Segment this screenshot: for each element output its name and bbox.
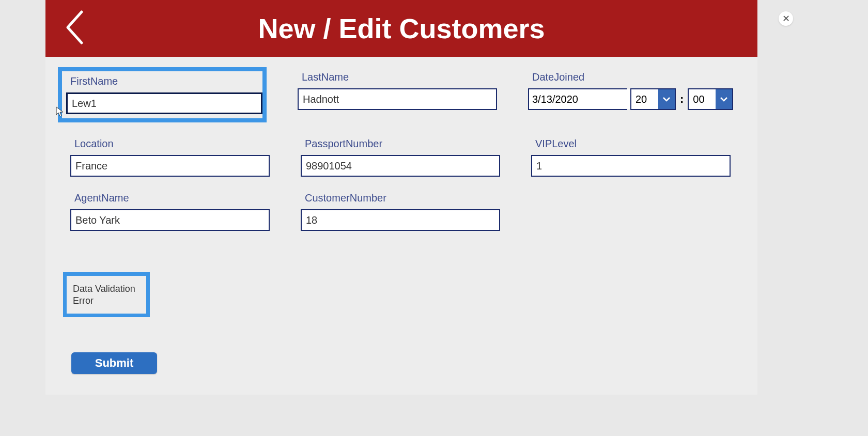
chevron-left-icon	[64, 9, 84, 45]
minute-value: 00	[689, 89, 716, 109]
location-input[interactable]	[70, 155, 270, 177]
viplevel-label: VIPLevel	[535, 138, 731, 150]
minute-chevron-button[interactable]	[716, 89, 732, 109]
hour-chevron-button[interactable]	[658, 89, 675, 109]
time-separator: :	[680, 92, 684, 106]
form-row-2: Location PassportNumber VIPLevel	[66, 138, 737, 177]
firstname-input[interactable]	[66, 92, 262, 114]
close-icon: ✕	[782, 14, 790, 23]
passport-label: PassportNumber	[305, 138, 500, 150]
viplevel-input[interactable]	[531, 155, 731, 177]
customernumber-group: CustomerNumber	[301, 192, 500, 231]
validation-error-text: Data Validation Error	[73, 283, 140, 306]
back-button[interactable]	[64, 9, 84, 48]
chevron-down-icon	[662, 96, 671, 102]
submit-button[interactable]: Submit	[71, 352, 157, 374]
agentname-group: AgentName	[70, 192, 270, 231]
datejoined-group: DateJoined	[528, 71, 733, 122]
viplevel-group: VIPLevel	[531, 138, 731, 177]
minute-dropdown[interactable]: 00	[688, 88, 733, 110]
date-input-wrap	[528, 88, 627, 110]
hour-dropdown[interactable]: 20	[630, 88, 676, 110]
chevron-down-icon	[720, 96, 728, 102]
location-label: Location	[74, 138, 270, 150]
lastname-input[interactable]	[298, 88, 497, 110]
validation-error-box: Data Validation Error	[63, 272, 150, 317]
lastname-label: LastName	[302, 71, 497, 83]
form-area: FirstName LastName DateJoined	[45, 57, 757, 395]
datejoined-label: DateJoined	[532, 71, 733, 83]
form-row-1: FirstName LastName DateJoined	[66, 71, 737, 122]
agentname-label: AgentName	[74, 192, 270, 204]
close-button[interactable]: ✕	[779, 11, 793, 26]
app-container: New / Edit Customers FirstName LastName …	[45, 0, 757, 395]
customernumber-input[interactable]	[301, 209, 500, 231]
lastname-group: LastName	[298, 71, 497, 122]
firstname-label: FirstName	[70, 75, 258, 87]
customernumber-label: CustomerNumber	[305, 192, 500, 204]
datejoined-controls: 20 : 00	[528, 88, 733, 110]
form-row-3: AgentName CustomerNumber	[66, 192, 737, 231]
firstname-group: FirstName	[58, 67, 267, 122]
location-group: Location	[70, 138, 270, 177]
hour-value: 20	[631, 89, 658, 109]
agentname-input[interactable]	[70, 209, 270, 231]
header-bar: New / Edit Customers	[45, 0, 757, 57]
page-title: New / Edit Customers	[45, 12, 757, 44]
passport-group: PassportNumber	[301, 138, 500, 177]
passport-input[interactable]	[301, 155, 500, 177]
